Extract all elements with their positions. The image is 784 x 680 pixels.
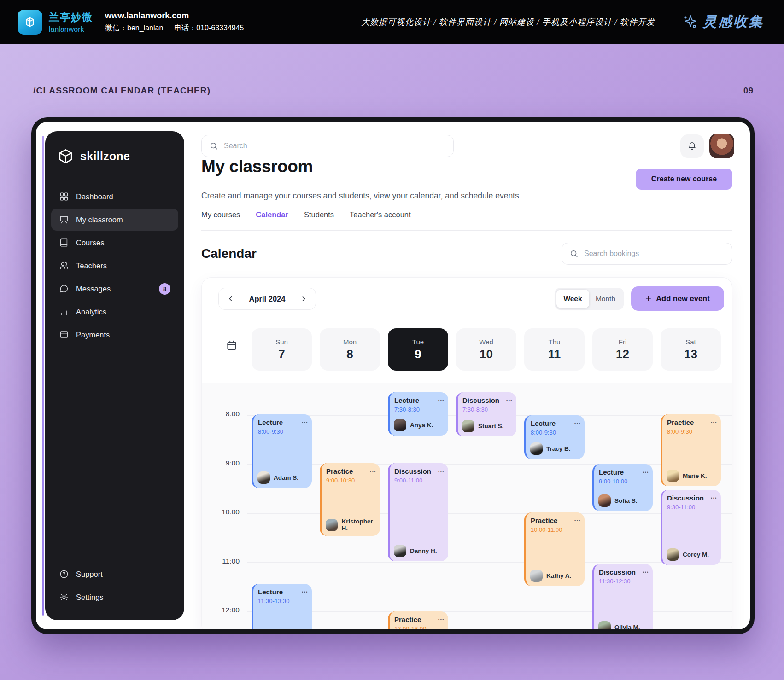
event-menu-icon[interactable]: ••• bbox=[370, 469, 376, 474]
discussion-event-fri-11-30-12-30[interactable]: Discussion•••11:30-12:30Olivia M. bbox=[592, 564, 653, 629]
event-menu-icon[interactable]: ••• bbox=[643, 570, 649, 575]
event-menu-icon[interactable]: ••• bbox=[302, 590, 308, 594]
event-attendee: Anya K. bbox=[394, 419, 433, 431]
bookings-search[interactable] bbox=[562, 243, 732, 265]
event-attendee: Sofia S. bbox=[598, 494, 638, 507]
discussion-event-sat-9-30-11-00[interactable]: Discussion•••9:30-11:00Corey M. bbox=[661, 490, 721, 565]
attendee-avatar bbox=[462, 420, 474, 432]
practice-event-tue-12-00-13-00[interactable]: Practice•••12:00-13:00 bbox=[388, 611, 448, 629]
attendee-avatar bbox=[598, 494, 611, 507]
event-attendee: Tracy B. bbox=[530, 442, 571, 455]
event-menu-icon[interactable]: ••• bbox=[643, 470, 649, 475]
breadcrumb: /CLASSROOM CALENDAR (TEACHER) bbox=[33, 86, 211, 96]
attendee-avatar bbox=[326, 519, 338, 531]
skillzone-logo: skillzone bbox=[57, 148, 130, 165]
event-menu-icon[interactable]: ••• bbox=[438, 398, 445, 403]
event-attendee: Corey M. bbox=[667, 548, 709, 561]
sidebar-item-settings[interactable]: Settings bbox=[51, 586, 178, 608]
event-menu-icon[interactable]: ••• bbox=[506, 398, 513, 403]
sidebar-item-analytics[interactable]: Analytics bbox=[51, 301, 178, 323]
sidebar: skillzone DashboardMy classroomCoursesTe… bbox=[45, 131, 184, 620]
collect-label: 灵感收集 bbox=[703, 12, 764, 31]
event-menu-icon[interactable]: ••• bbox=[711, 420, 717, 425]
lecture-event-thu-8-00-9-30[interactable]: Lecture•••8:00-9:30Tracy B. bbox=[524, 415, 585, 459]
create-new-course-button[interactable]: Create new course bbox=[636, 169, 732, 190]
event-title: Practice bbox=[394, 616, 421, 623]
sidebar-item-label: Dashboard bbox=[76, 192, 113, 201]
sidebar-item-messages[interactable]: Messages8 bbox=[51, 278, 178, 300]
sidebar-item-payments[interactable]: Payments bbox=[51, 324, 178, 346]
sidebar-item-label: Messages bbox=[76, 285, 111, 293]
app-window-content: skillzone DashboardMy classroomCoursesTe… bbox=[36, 122, 750, 629]
messages-icon bbox=[59, 284, 69, 294]
event-menu-icon[interactable]: ••• bbox=[574, 421, 581, 426]
attendee-name: Corey M. bbox=[683, 551, 709, 558]
tab-my-courses[interactable]: My courses bbox=[201, 210, 240, 222]
brand-chinese: 兰亭妙微 bbox=[49, 11, 93, 24]
attendee-name: Kathy A. bbox=[546, 572, 571, 579]
event-menu-icon[interactable]: ••• bbox=[711, 496, 717, 500]
sidebar-divider bbox=[56, 552, 173, 552]
sidebar-footer: SupportSettings bbox=[51, 563, 178, 608]
sparkle-icon bbox=[682, 14, 698, 30]
attendee-avatar bbox=[667, 548, 679, 561]
event-menu-icon[interactable]: ••• bbox=[302, 420, 308, 425]
attendee-name: Tracy B. bbox=[546, 445, 571, 452]
tab-students[interactable]: Students bbox=[304, 210, 334, 222]
skillzone-logo-text: skillzone bbox=[80, 150, 130, 163]
lecture-event-sun-8-00-9-30[interactable]: Lecture•••8:00-9:30Adam S. bbox=[252, 414, 312, 488]
sidebar-item-support[interactable]: Support bbox=[51, 563, 178, 585]
attendee-name: Stuart S. bbox=[478, 423, 504, 430]
event-title: Discussion bbox=[667, 494, 704, 502]
skillzone-logo-icon bbox=[57, 148, 74, 165]
practice-event-sat-8-00-9-30[interactable]: Practice•••8:00-9:30Marie K. bbox=[661, 414, 721, 486]
courses-icon bbox=[59, 238, 69, 248]
lecture-event-fri-9-00-10-00[interactable]: Lecture•••9:00-10:00Sofia S. bbox=[592, 464, 653, 511]
calendar-heading: Calendar bbox=[201, 246, 257, 261]
event-menu-icon[interactable]: ••• bbox=[438, 469, 445, 474]
event-title: Discussion bbox=[394, 467, 431, 475]
tabs: My coursesCalendarStudentsTeacher's acco… bbox=[201, 210, 411, 222]
brand-name: 兰亭妙微 lanlanwork bbox=[49, 11, 93, 34]
notifications-button[interactable] bbox=[680, 134, 704, 158]
global-search[interactable] bbox=[201, 135, 454, 157]
attendee-name: Danny H. bbox=[410, 547, 437, 554]
attendee-avatar bbox=[530, 442, 543, 455]
sidebar-item-my-classroom[interactable]: My classroom bbox=[51, 209, 178, 231]
event-attendee: Adam S. bbox=[257, 471, 298, 484]
sidebar-item-label: Settings bbox=[76, 593, 104, 602]
discussion-event-tue-9-00-11-00[interactable]: Discussion•••9:00-11:00Danny H. bbox=[388, 463, 448, 561]
event-title: Practice bbox=[326, 467, 353, 475]
attendee-name: Anya K. bbox=[410, 422, 433, 429]
lecture-event-sun-11-30-13-30[interactable]: Lecture•••11:30-13:30 bbox=[252, 584, 312, 629]
sidebar-item-teachers[interactable]: Teachers bbox=[51, 255, 178, 277]
practice-event-mon-9-00-10-30[interactable]: Practice•••9:00-10:30Kristopher H. bbox=[320, 463, 380, 536]
event-time: 11:30-12:30 bbox=[599, 578, 649, 585]
user-avatar[interactable] bbox=[709, 134, 734, 158]
sidebar-item-label: Payments bbox=[76, 331, 110, 339]
bookings-search-input[interactable] bbox=[584, 250, 725, 258]
sidebar-item-dashboard[interactable]: Dashboard bbox=[51, 186, 178, 208]
sidebar-item-label: Courses bbox=[76, 238, 104, 247]
event-menu-icon[interactable]: ••• bbox=[438, 617, 445, 622]
lecture-event-tue-7-30-8-30[interactable]: Lecture•••7:30-8:30Anya K. bbox=[388, 392, 448, 436]
tabs-divider bbox=[201, 230, 732, 231]
attendee-name: Marie K. bbox=[683, 472, 707, 479]
events-layer: Lecture•••8:00-9:30Adam S.Lecture•••11:3… bbox=[202, 278, 732, 629]
event-time: 8:00-9:30 bbox=[531, 429, 581, 436]
event-attendee: Danny H. bbox=[394, 545, 437, 557]
tab-teacher-s-account[interactable]: Teacher's account bbox=[350, 210, 410, 222]
support-icon bbox=[59, 569, 69, 579]
event-title: Lecture bbox=[258, 588, 283, 596]
practice-event-thu-10-00-11-00[interactable]: Practice•••10:00-11:00Kathy A. bbox=[524, 512, 585, 586]
tab-calendar[interactable]: Calendar bbox=[256, 210, 288, 222]
event-attendee: Marie K. bbox=[667, 470, 707, 482]
discussion-event-wed-7-30-8-30[interactable]: Discussion•••7:30-8:30Stuart S. bbox=[456, 392, 516, 436]
search-input[interactable] bbox=[224, 142, 446, 150]
analytics-icon bbox=[59, 307, 69, 317]
phone-number: 电话：010-63334945 bbox=[174, 23, 244, 33]
event-menu-icon[interactable]: ••• bbox=[574, 518, 581, 523]
payments-icon bbox=[59, 330, 69, 340]
sidebar-item-courses[interactable]: Courses bbox=[51, 232, 178, 254]
classroom-icon bbox=[59, 215, 69, 225]
